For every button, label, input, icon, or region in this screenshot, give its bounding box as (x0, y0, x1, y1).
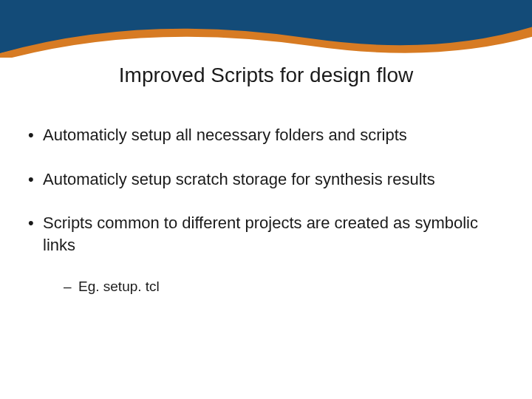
bullet-text: Automaticly setup all necessary folders … (43, 124, 510, 146)
slide-title: Improved Scripts for design flow (0, 64, 532, 87)
sub-bullet-list: Eg. setup. tcl (43, 277, 510, 296)
list-item: Automaticly setup scratch storage for sy… (22, 168, 510, 191)
slide-banner (0, 0, 532, 58)
banner-swoosh-icon (0, 0, 532, 58)
slide-body: Automaticly setup all necessary folders … (22, 124, 510, 318)
bullet-text: Automaticly setup scratch storage for sy… (43, 168, 510, 191)
list-item: Automaticly setup all necessary folders … (22, 124, 510, 146)
bullet-list: Automaticly setup all necessary folders … (22, 124, 510, 296)
list-item: Scripts common to different projects are… (22, 212, 510, 296)
bullet-text: Scripts common to different projects are… (43, 212, 510, 256)
list-item: Eg. setup. tcl (58, 277, 510, 296)
sub-bullet-text: Eg. setup. tcl (78, 279, 160, 294)
